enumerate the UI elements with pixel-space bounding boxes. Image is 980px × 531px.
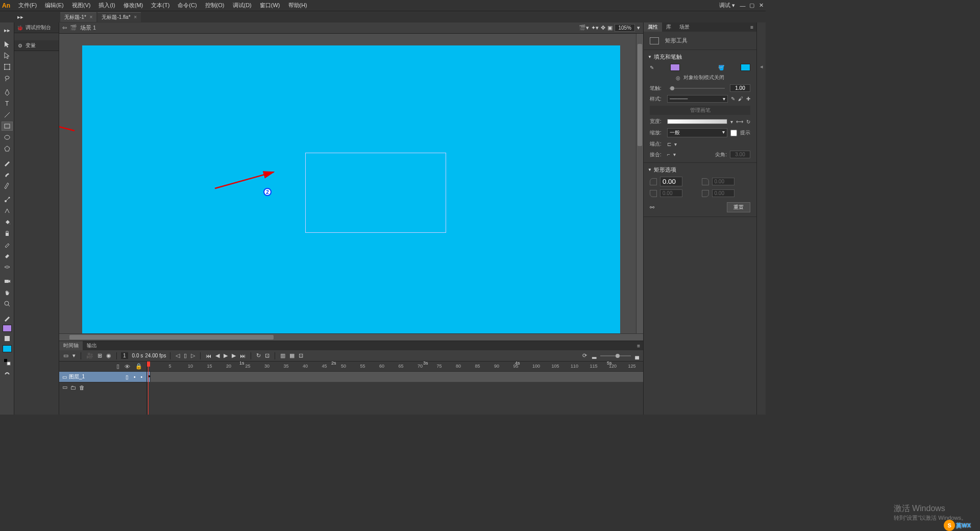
- timeline-zoom-out-icon[interactable]: ▂: [591, 352, 597, 359]
- tab-scene[interactable]: 场景: [675, 22, 694, 32]
- edit-multiple-frames-icon[interactable]: ▥: [279, 352, 286, 359]
- go-to-first-frame-icon[interactable]: ⏮: [205, 353, 212, 359]
- document-tab[interactable]: 无标题-1.fla* ×: [97, 12, 141, 22]
- pen-tool-icon[interactable]: [2, 88, 13, 97]
- playhead[interactable]: [148, 361, 149, 415]
- lasso-tool-icon[interactable]: [2, 74, 13, 83]
- fill-color[interactable]: [741, 64, 750, 71]
- scale-select[interactable]: 一般▾: [667, 128, 727, 137]
- debug-console-panel-header[interactable]: 🐞 调试控制台: [14, 22, 59, 33]
- lock-header-icon[interactable]: 🔒: [135, 363, 142, 370]
- bind-tool-icon[interactable]: [2, 206, 13, 215]
- hand-tool-icon[interactable]: [2, 288, 13, 297]
- menu-help[interactable]: 帮助(H): [284, 2, 311, 9]
- fill-color-swatch[interactable]: [3, 345, 12, 352]
- add-brush-icon[interactable]: ✚: [746, 96, 750, 102]
- step-forward-icon[interactable]: ▶: [231, 352, 237, 359]
- menu-insert[interactable]: 插入(I): [94, 2, 119, 9]
- variable-width-icon[interactable]: ⟷: [736, 119, 743, 125]
- timeline-ruler[interactable]: 5101520253035404550556065707580859095100…: [147, 361, 643, 372]
- menu-file[interactable]: 文件(F): [14, 2, 41, 9]
- stroke-style-select[interactable]: ─────▾: [667, 95, 728, 103]
- timeline-zoom-slider[interactable]: [600, 355, 631, 356]
- oval-tool-icon[interactable]: [2, 133, 13, 142]
- layer-depth-icon[interactable]: ⊞: [96, 352, 103, 359]
- zoom-tool-icon[interactable]: [2, 299, 13, 308]
- step-forward-one-icon[interactable]: ▷: [190, 352, 196, 359]
- step-back-icon[interactable]: ◀: [214, 352, 220, 359]
- zoom-dropdown-icon[interactable]: ▾: [637, 25, 640, 31]
- rect-options-header[interactable]: ▼ 矩形选项: [644, 165, 756, 175]
- new-layer-icon[interactable]: ▭: [62, 384, 67, 391]
- clip-content-icon[interactable]: ▣: [607, 25, 612, 31]
- polystar-tool-icon[interactable]: [2, 144, 13, 153]
- variables-panel-header[interactable]: ⚙ 变量: [14, 40, 59, 51]
- scene-back-icon[interactable]: ⇦: [62, 25, 67, 31]
- insert-keyframe-icon[interactable]: ▯: [183, 352, 188, 359]
- bone-tool-icon[interactable]: [2, 195, 13, 204]
- object-draw-mode-icon[interactable]: ◎: [676, 75, 680, 81]
- text-tool-icon[interactable]: T: [2, 99, 13, 108]
- width-tool-icon[interactable]: [2, 262, 13, 272]
- play-icon[interactable]: ▶: [223, 352, 229, 359]
- tab-close-icon[interactable]: ×: [134, 14, 137, 20]
- paint-bucket-tool-icon[interactable]: [2, 218, 13, 227]
- horizontal-scrollbar[interactable]: [59, 333, 643, 341]
- drawn-rectangle[interactable]: [305, 153, 446, 233]
- layer-name[interactable]: 图层_1: [69, 373, 85, 380]
- subselection-tool-icon[interactable]: [2, 51, 13, 60]
- layer-lock-dot-icon[interactable]: •: [140, 374, 142, 380]
- line-tool-icon[interactable]: [2, 110, 13, 119]
- zoom-level[interactable]: 105%: [615, 24, 635, 32]
- layer-visibility-dot-icon[interactable]: •: [134, 374, 136, 380]
- reset-button[interactable]: 重置: [727, 202, 750, 212]
- tab-timeline[interactable]: 时间轴: [59, 341, 83, 350]
- menu-command[interactable]: 命令(C): [174, 2, 201, 9]
- hint-checkbox[interactable]: [730, 130, 737, 136]
- brush-tool-icon[interactable]: [2, 170, 13, 179]
- tab-output[interactable]: 输出: [83, 341, 101, 350]
- document-tab[interactable]: 无标题-1* ×: [60, 12, 96, 22]
- tab-library[interactable]: 库: [662, 22, 675, 32]
- menu-debug[interactable]: 调试(D): [229, 2, 256, 9]
- rectangle-tool-icon[interactable]: [2, 122, 13, 131]
- reset-width-icon[interactable]: ↻: [746, 119, 750, 125]
- manage-brush-button[interactable]: 管理画笔: [650, 106, 750, 115]
- fill-bucket-icon[interactable]: 🪣: [718, 65, 724, 70]
- marker-icon[interactable]: ▦: [288, 352, 296, 359]
- brush-library-icon[interactable]: 🖌: [738, 96, 743, 102]
- swap-colors-icon[interactable]: [2, 357, 13, 367]
- dock-expand-icon[interactable]: ◂: [760, 63, 763, 70]
- tab-close-icon[interactable]: ×: [90, 14, 93, 20]
- menu-edit[interactable]: 编辑(E): [41, 2, 68, 9]
- snap-to-object-icon[interactable]: [2, 369, 13, 378]
- window-maximize-icon[interactable]: ▢: [747, 2, 756, 9]
- menu-control[interactable]: 控制(O): [201, 2, 229, 9]
- stroke-color-swatch[interactable]: [3, 325, 12, 332]
- panel-collapse-icon[interactable]: ▸▸: [2, 26, 13, 35]
- add-folder-icon[interactable]: ▾: [71, 352, 77, 359]
- pencil-tool-icon[interactable]: [2, 158, 13, 167]
- edit-scene-icon[interactable]: 🎬▾: [579, 25, 589, 31]
- layer-row[interactable]: ▭ 图层_1 ▯ • •: [59, 372, 146, 382]
- stroke-width-input[interactable]: [730, 84, 750, 92]
- stage-canvas[interactable]: [82, 45, 620, 333]
- join-style-icon[interactable]: ⌐: [667, 152, 670, 157]
- onion-skin-outlines-icon[interactable]: ⊡: [264, 352, 271, 359]
- stroke-pencil-icon[interactable]: ✎: [650, 65, 654, 70]
- vertical-scrollbar[interactable]: [636, 34, 643, 333]
- timeline-fit-icon[interactable]: ⟳: [581, 352, 588, 359]
- center-frame-icon[interactable]: ⊡: [298, 352, 304, 359]
- tab-properties[interactable]: 属性: [644, 22, 662, 32]
- panel-menu-icon[interactable]: ≡: [634, 343, 643, 349]
- camera-tool-icon[interactable]: [2, 277, 13, 286]
- menu-modify[interactable]: 修改(M): [119, 2, 148, 9]
- center-stage-icon[interactable]: ✥: [601, 25, 605, 31]
- link-corners-icon[interactable]: ⚯: [650, 204, 654, 211]
- stage-viewport[interactable]: 1 2: [59, 34, 636, 333]
- selection-tool-icon[interactable]: [2, 40, 13, 49]
- eraser-tool-icon[interactable]: [2, 251, 13, 260]
- new-folder-icon[interactable]: 🗀: [70, 384, 76, 391]
- free-transform-tool-icon[interactable]: [2, 62, 13, 71]
- cap-style-icon[interactable]: ⊏: [667, 141, 671, 147]
